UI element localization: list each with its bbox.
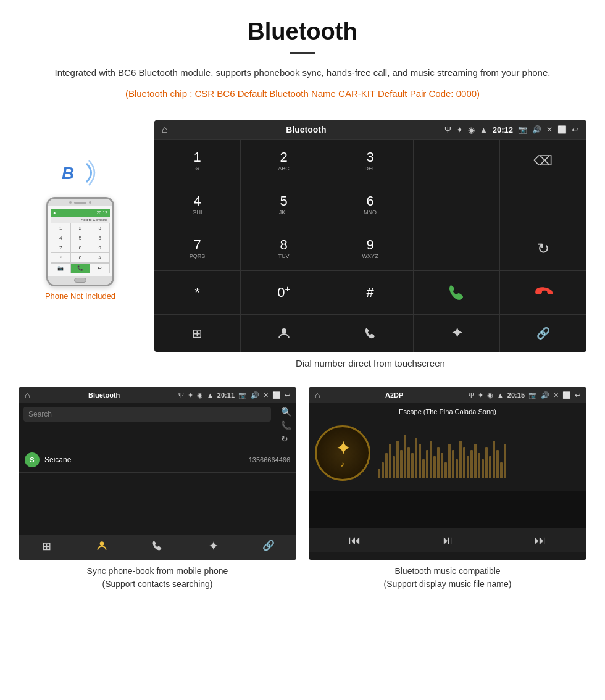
pb-bottom-bar: ⊞ ✦ 🔗	[19, 535, 296, 560]
phone-key-star: *	[51, 253, 70, 262]
phone-not-included-label: Phone Not Included	[45, 291, 115, 301]
music-song-area: Escape (The Pina Colada Song) ✦ ♪	[309, 403, 586, 491]
phonebook-screenshot: ⌂ Bluetooth Ψ ✦ ◉ ▲ 20:11 📷 🔊 ✕ ⬜ ↩ Sear…	[19, 387, 296, 591]
pb-bottom-link[interactable]: 🔗	[241, 540, 296, 555]
dial-key-4[interactable]: 4 GHI	[154, 183, 241, 227]
pb-bottom-phone[interactable]	[130, 540, 185, 555]
dial-caption: Dial number direct from touchscreen	[154, 358, 586, 369]
eq-bar	[393, 456, 395, 478]
page-title: Bluetooth	[37, 19, 568, 45]
pb-bottom-grid[interactable]: ⊞	[19, 540, 74, 555]
music-bt-icon: ✦	[478, 391, 483, 399]
music-signal-icon: ▲	[497, 391, 504, 399]
dial-key-empty-2	[414, 183, 500, 227]
eq-bar	[482, 459, 484, 478]
dial-key-8[interactable]: 8 TUV	[241, 227, 327, 271]
dial-pad: 1 ∞ 2 ABC 3 DEF ⌫ 4 GHI	[154, 139, 586, 314]
music-prev-btn[interactable]: ⏮	[309, 533, 401, 548]
pb-x-icon: ✕	[263, 391, 269, 399]
dial-back-icon: ↩	[572, 125, 579, 135]
music-screen: ⌂ A2DP Ψ ✦ ◉ ▲ 20:15 📷 🔊 ✕ ⬜ ↩ Escape (T…	[309, 387, 586, 560]
eq-bar	[485, 447, 488, 478]
pb-status-bar: ⌂ Bluetooth Ψ ✦ ◉ ▲ 20:11 📷 🔊 ✕ ⬜ ↩	[19, 387, 296, 403]
pb-bottom-bt[interactable]: ✦	[185, 540, 241, 555]
phone-home-button	[74, 278, 86, 283]
dial-key-end[interactable]	[500, 271, 586, 314]
dial-key-refresh[interactable]: ↻	[500, 227, 586, 271]
dial-key-5[interactable]: 5 JKL	[241, 183, 327, 227]
dial-key-empty-4	[414, 227, 500, 271]
dial-bottom-bluetooth[interactable]: ✦	[414, 315, 500, 352]
phone-screen-sub: Add to Contacts	[51, 217, 110, 223]
dial-key-9[interactable]: 9 WXYZ	[327, 227, 414, 271]
eq-bar	[385, 453, 388, 478]
phone-screen-time: 20:12	[96, 210, 107, 215]
dial-key-3[interactable]: 3 DEF	[327, 140, 414, 183]
dial-key-7[interactable]: 7 PQRS	[154, 227, 241, 271]
album-note-icon: ♪	[341, 459, 345, 469]
phone-key-1: 1	[51, 223, 70, 233]
eq-bar	[419, 444, 421, 478]
dial-key-0[interactable]: 0+	[241, 271, 327, 314]
eq-bar	[489, 456, 491, 478]
eq-bar	[504, 444, 506, 478]
pb-initial: S	[25, 452, 40, 467]
dial-key-star[interactable]: *	[154, 271, 241, 314]
pb-vol-icon: 🔊	[251, 391, 259, 399]
dial-key-empty-3	[500, 183, 586, 227]
dial-key-6[interactable]: 6 MNO	[327, 183, 414, 227]
pb-bt-icon: ✦	[188, 391, 193, 399]
dial-screen-icon: ⬜	[557, 125, 567, 134]
music-screenshot: ⌂ A2DP Ψ ✦ ◉ ▲ 20:15 📷 🔊 ✕ ⬜ ↩ Escape (T…	[309, 387, 586, 591]
music-x-icon: ✕	[553, 391, 559, 399]
dial-bottom-grid[interactable]: ⊞	[154, 315, 241, 352]
pb-bottom-contacts[interactable]	[74, 540, 130, 555]
dial-key-call[interactable]	[414, 271, 500, 314]
eq-bar	[459, 441, 462, 478]
eq-bar	[452, 450, 454, 478]
phone-device: ● 20:12 Add to Contacts 1 2 3 4 5 6 7 8 …	[46, 197, 114, 286]
dial-camera-icon: 📷	[518, 125, 527, 134]
music-play-btn[interactable]: ⏯	[401, 533, 494, 548]
phone-key-0: 0	[71, 253, 90, 262]
music-usb-icon: Ψ	[469, 391, 474, 399]
dial-bottom-phone[interactable]	[327, 315, 414, 352]
phone-bottom-camera: 📷	[51, 264, 70, 273]
pb-refresh-icon[interactable]: ↻	[281, 434, 291, 444]
dial-key-2[interactable]: 2 ABC	[241, 140, 327, 183]
phone-bottom-bar	[48, 276, 112, 285]
phone-key-2: 2	[71, 223, 90, 233]
phone-key-6: 6	[90, 233, 109, 243]
dial-bottom-contacts[interactable]	[241, 315, 327, 352]
eq-bar	[493, 441, 495, 478]
dial-title: Bluetooth	[173, 125, 440, 135]
pb-loc-icon: ◉	[197, 391, 203, 399]
pb-phone-side-icon[interactable]: 📞	[281, 420, 291, 430]
music-caption-line2: (Support display music file name)	[384, 579, 512, 589]
eq-bar	[496, 450, 499, 478]
music-empty-dark	[309, 491, 586, 528]
album-bt-icon: ✦	[336, 438, 350, 459]
dial-bottom-link[interactable]: 🔗	[500, 315, 586, 352]
eq-bar	[448, 444, 451, 478]
phonebook-caption-line1: Sync phone-book from mobile phone	[87, 566, 228, 576]
phone-call-status: ●	[53, 210, 56, 215]
dial-key-hash[interactable]: #	[327, 271, 414, 314]
call-icon	[447, 283, 467, 302]
pb-screen-icon: ⬜	[272, 391, 281, 399]
dial-key-backspace[interactable]: ⌫	[500, 140, 586, 183]
eq-bar	[415, 438, 417, 478]
phone-key-4: 4	[51, 233, 70, 243]
music-caption: Bluetooth music compatible (Support disp…	[309, 565, 586, 591]
pb-contact-number: 13566664466	[249, 456, 290, 464]
phone-keypad: 1 2 3 4 5 6 7 8 9 * 0 #	[51, 223, 110, 263]
eq-bar	[407, 447, 410, 478]
pb-search-icon[interactable]: 🔍	[281, 407, 291, 417]
music-next-btn[interactable]: ⏭	[494, 533, 586, 548]
pb-contact-row[interactable]: S Seicane 13566664466	[19, 448, 296, 473]
pb-search-box[interactable]: Search	[23, 407, 271, 422]
dial-vol-icon: 🔊	[532, 125, 541, 134]
dial-key-1[interactable]: 1 ∞	[154, 140, 241, 183]
dial-bottom-row: ⊞ ✦ 🔗	[154, 314, 586, 352]
dial-time: 20:12	[493, 125, 513, 135]
